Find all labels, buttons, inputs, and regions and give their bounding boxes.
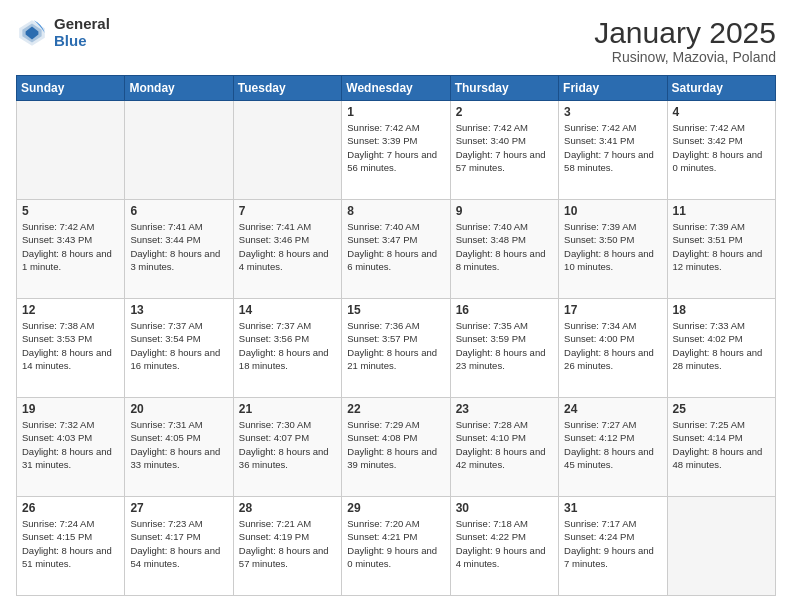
week-row-4: 19Sunrise: 7:32 AMSunset: 4:03 PMDayligh… <box>17 398 776 497</box>
logo-icon <box>16 17 48 49</box>
calendar-cell: 13Sunrise: 7:37 AMSunset: 3:54 PMDayligh… <box>125 299 233 398</box>
day-number: 12 <box>22 303 119 317</box>
calendar-cell: 10Sunrise: 7:39 AMSunset: 3:50 PMDayligh… <box>559 200 667 299</box>
calendar-cell: 25Sunrise: 7:25 AMSunset: 4:14 PMDayligh… <box>667 398 775 497</box>
day-info: Sunrise: 7:24 AMSunset: 4:15 PMDaylight:… <box>22 517 119 570</box>
calendar-cell: 15Sunrise: 7:36 AMSunset: 3:57 PMDayligh… <box>342 299 450 398</box>
calendar-cell: 14Sunrise: 7:37 AMSunset: 3:56 PMDayligh… <box>233 299 341 398</box>
calendar-cell: 19Sunrise: 7:32 AMSunset: 4:03 PMDayligh… <box>17 398 125 497</box>
calendar-cell: 22Sunrise: 7:29 AMSunset: 4:08 PMDayligh… <box>342 398 450 497</box>
calendar-cell <box>667 497 775 596</box>
calendar-table: SundayMondayTuesdayWednesdayThursdayFrid… <box>16 75 776 596</box>
day-number: 24 <box>564 402 661 416</box>
calendar-cell <box>17 101 125 200</box>
logo-text: General Blue <box>54 16 110 49</box>
calendar-cell: 29Sunrise: 7:20 AMSunset: 4:21 PMDayligh… <box>342 497 450 596</box>
day-number: 17 <box>564 303 661 317</box>
weekday-header-monday: Monday <box>125 76 233 101</box>
calendar-cell: 28Sunrise: 7:21 AMSunset: 4:19 PMDayligh… <box>233 497 341 596</box>
day-info: Sunrise: 7:18 AMSunset: 4:22 PMDaylight:… <box>456 517 553 570</box>
day-info: Sunrise: 7:33 AMSunset: 4:02 PMDaylight:… <box>673 319 770 372</box>
day-info: Sunrise: 7:17 AMSunset: 4:24 PMDaylight:… <box>564 517 661 570</box>
weekday-header-row: SundayMondayTuesdayWednesdayThursdayFrid… <box>17 76 776 101</box>
calendar-cell: 12Sunrise: 7:38 AMSunset: 3:53 PMDayligh… <box>17 299 125 398</box>
day-number: 18 <box>673 303 770 317</box>
day-info: Sunrise: 7:39 AMSunset: 3:51 PMDaylight:… <box>673 220 770 273</box>
calendar-cell: 3Sunrise: 7:42 AMSunset: 3:41 PMDaylight… <box>559 101 667 200</box>
day-info: Sunrise: 7:20 AMSunset: 4:21 PMDaylight:… <box>347 517 444 570</box>
day-number: 22 <box>347 402 444 416</box>
weekday-header-tuesday: Tuesday <box>233 76 341 101</box>
day-info: Sunrise: 7:42 AMSunset: 3:43 PMDaylight:… <box>22 220 119 273</box>
day-info: Sunrise: 7:37 AMSunset: 3:56 PMDaylight:… <box>239 319 336 372</box>
day-info: Sunrise: 7:30 AMSunset: 4:07 PMDaylight:… <box>239 418 336 471</box>
day-number: 26 <box>22 501 119 515</box>
day-number: 15 <box>347 303 444 317</box>
day-number: 28 <box>239 501 336 515</box>
day-number: 30 <box>456 501 553 515</box>
calendar-cell: 4Sunrise: 7:42 AMSunset: 3:42 PMDaylight… <box>667 101 775 200</box>
day-info: Sunrise: 7:28 AMSunset: 4:10 PMDaylight:… <box>456 418 553 471</box>
day-number: 23 <box>456 402 553 416</box>
calendar-cell: 18Sunrise: 7:33 AMSunset: 4:02 PMDayligh… <box>667 299 775 398</box>
weekday-header-thursday: Thursday <box>450 76 558 101</box>
calendar-cell: 7Sunrise: 7:41 AMSunset: 3:46 PMDaylight… <box>233 200 341 299</box>
week-row-2: 5Sunrise: 7:42 AMSunset: 3:43 PMDaylight… <box>17 200 776 299</box>
day-number: 8 <box>347 204 444 218</box>
calendar-cell: 27Sunrise: 7:23 AMSunset: 4:17 PMDayligh… <box>125 497 233 596</box>
day-number: 2 <box>456 105 553 119</box>
day-info: Sunrise: 7:31 AMSunset: 4:05 PMDaylight:… <box>130 418 227 471</box>
day-number: 6 <box>130 204 227 218</box>
day-info: Sunrise: 7:40 AMSunset: 3:47 PMDaylight:… <box>347 220 444 273</box>
weekday-header-friday: Friday <box>559 76 667 101</box>
day-info: Sunrise: 7:42 AMSunset: 3:41 PMDaylight:… <box>564 121 661 174</box>
day-info: Sunrise: 7:40 AMSunset: 3:48 PMDaylight:… <box>456 220 553 273</box>
day-number: 20 <box>130 402 227 416</box>
calendar-cell: 21Sunrise: 7:30 AMSunset: 4:07 PMDayligh… <box>233 398 341 497</box>
calendar-cell: 17Sunrise: 7:34 AMSunset: 4:00 PMDayligh… <box>559 299 667 398</box>
calendar-cell: 1Sunrise: 7:42 AMSunset: 3:39 PMDaylight… <box>342 101 450 200</box>
day-info: Sunrise: 7:25 AMSunset: 4:14 PMDaylight:… <box>673 418 770 471</box>
day-info: Sunrise: 7:42 AMSunset: 3:39 PMDaylight:… <box>347 121 444 174</box>
day-info: Sunrise: 7:37 AMSunset: 3:54 PMDaylight:… <box>130 319 227 372</box>
calendar-cell: 2Sunrise: 7:42 AMSunset: 3:40 PMDaylight… <box>450 101 558 200</box>
day-number: 1 <box>347 105 444 119</box>
day-info: Sunrise: 7:35 AMSunset: 3:59 PMDaylight:… <box>456 319 553 372</box>
week-row-5: 26Sunrise: 7:24 AMSunset: 4:15 PMDayligh… <box>17 497 776 596</box>
day-number: 4 <box>673 105 770 119</box>
calendar-cell: 20Sunrise: 7:31 AMSunset: 4:05 PMDayligh… <box>125 398 233 497</box>
logo: General Blue <box>16 16 110 49</box>
day-info: Sunrise: 7:27 AMSunset: 4:12 PMDaylight:… <box>564 418 661 471</box>
day-number: 19 <box>22 402 119 416</box>
calendar-cell: 24Sunrise: 7:27 AMSunset: 4:12 PMDayligh… <box>559 398 667 497</box>
calendar-subtitle: Rusinow, Mazovia, Poland <box>594 49 776 65</box>
day-number: 14 <box>239 303 336 317</box>
calendar-cell: 30Sunrise: 7:18 AMSunset: 4:22 PMDayligh… <box>450 497 558 596</box>
day-number: 27 <box>130 501 227 515</box>
day-number: 11 <box>673 204 770 218</box>
day-info: Sunrise: 7:38 AMSunset: 3:53 PMDaylight:… <box>22 319 119 372</box>
day-number: 25 <box>673 402 770 416</box>
calendar-cell: 8Sunrise: 7:40 AMSunset: 3:47 PMDaylight… <box>342 200 450 299</box>
day-info: Sunrise: 7:21 AMSunset: 4:19 PMDaylight:… <box>239 517 336 570</box>
day-info: Sunrise: 7:41 AMSunset: 3:46 PMDaylight:… <box>239 220 336 273</box>
title-block: January 2025 Rusinow, Mazovia, Poland <box>594 16 776 65</box>
week-row-1: 1Sunrise: 7:42 AMSunset: 3:39 PMDaylight… <box>17 101 776 200</box>
calendar-cell: 31Sunrise: 7:17 AMSunset: 4:24 PMDayligh… <box>559 497 667 596</box>
day-info: Sunrise: 7:23 AMSunset: 4:17 PMDaylight:… <box>130 517 227 570</box>
calendar-cell: 11Sunrise: 7:39 AMSunset: 3:51 PMDayligh… <box>667 200 775 299</box>
day-info: Sunrise: 7:42 AMSunset: 3:40 PMDaylight:… <box>456 121 553 174</box>
day-number: 31 <box>564 501 661 515</box>
day-number: 29 <box>347 501 444 515</box>
day-info: Sunrise: 7:34 AMSunset: 4:00 PMDaylight:… <box>564 319 661 372</box>
calendar-cell: 9Sunrise: 7:40 AMSunset: 3:48 PMDaylight… <box>450 200 558 299</box>
header: General Blue January 2025 Rusinow, Mazov… <box>16 16 776 65</box>
weekday-header-sunday: Sunday <box>17 76 125 101</box>
logo-blue-text: Blue <box>54 33 110 50</box>
day-info: Sunrise: 7:42 AMSunset: 3:42 PMDaylight:… <box>673 121 770 174</box>
week-row-3: 12Sunrise: 7:38 AMSunset: 3:53 PMDayligh… <box>17 299 776 398</box>
day-number: 21 <box>239 402 336 416</box>
day-number: 16 <box>456 303 553 317</box>
day-info: Sunrise: 7:32 AMSunset: 4:03 PMDaylight:… <box>22 418 119 471</box>
calendar-cell <box>125 101 233 200</box>
